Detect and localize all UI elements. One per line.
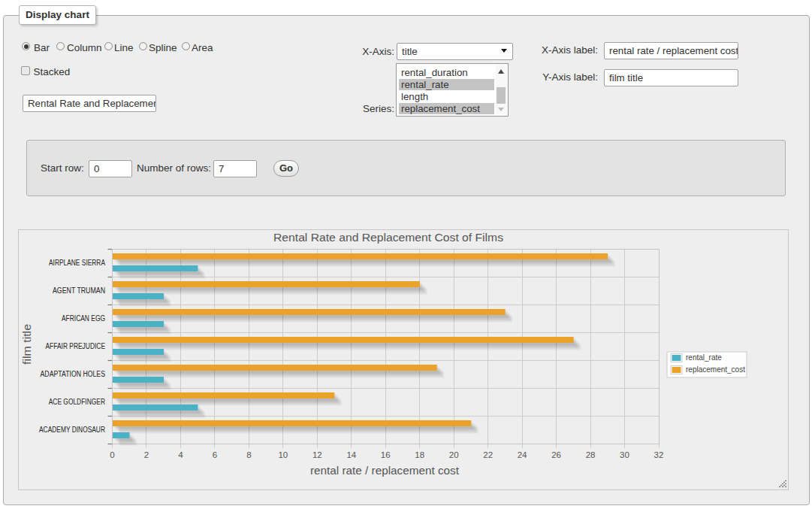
- svg-text:4: 4: [178, 450, 183, 459]
- svg-text:16: 16: [381, 450, 391, 459]
- svg-text:replacement_cost: replacement_cost: [686, 365, 745, 374]
- svg-text:rental_rate: rental_rate: [686, 353, 722, 362]
- svg-text:8: 8: [246, 450, 251, 459]
- svg-text:ACADEMY DINOSAUR: ACADEMY DINOSAUR: [39, 426, 105, 434]
- svg-text:12: 12: [312, 450, 322, 459]
- svg-text:24: 24: [518, 450, 527, 459]
- svg-text:AFRICAN EGG: AFRICAN EGG: [62, 314, 105, 323]
- svg-text:18: 18: [415, 450, 424, 459]
- svg-text:Rental Rate and Replacement Co: Rental Rate and Replacement Cost of Film…: [273, 231, 503, 244]
- svg-text:0: 0: [110, 450, 114, 459]
- svg-text:6: 6: [213, 450, 217, 459]
- svg-text:AFFAIR PREJUDICE: AFFAIR PREJUDICE: [46, 342, 106, 350]
- svg-text:30: 30: [620, 450, 629, 459]
- svg-text:rental rate / replacement cost: rental rate / replacement cost: [310, 464, 460, 477]
- svg-text:32: 32: [654, 450, 664, 459]
- svg-text:20: 20: [449, 450, 459, 459]
- svg-text:AGENT TRUMAN: AGENT TRUMAN: [53, 286, 105, 295]
- svg-text:2: 2: [144, 450, 149, 459]
- svg-text:26: 26: [551, 450, 561, 459]
- svg-text:ACE GOLDFINGER: ACE GOLDFINGER: [49, 398, 105, 406]
- svg-text:film title: film title: [21, 324, 33, 365]
- svg-text:28: 28: [586, 450, 596, 459]
- svg-text:22: 22: [483, 450, 493, 459]
- svg-text:AIRPLANE SIERRA: AIRPLANE SIERRA: [49, 259, 105, 267]
- svg-text:14: 14: [346, 450, 356, 459]
- svg-text:10: 10: [278, 450, 288, 459]
- svg-text:ADAPTATION HOLES: ADAPTATION HOLES: [41, 370, 106, 378]
